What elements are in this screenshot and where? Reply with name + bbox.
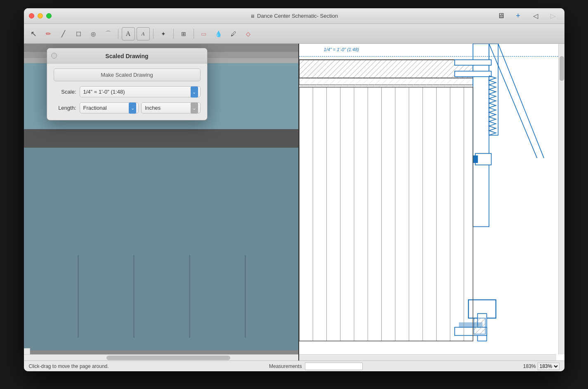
zoom-value: 183% <box>523 363 536 369</box>
scale-label: Scale: <box>54 89 76 95</box>
length-type-select[interactable]: Fractional Decimal Architectural <box>80 102 139 113</box>
title-bar-right: 🖥 + ◁ ▷ <box>494 9 560 23</box>
col-line-3 <box>189 255 190 338</box>
dimension-tool-btn[interactable]: A <box>137 27 150 40</box>
status-hint: Click-drag to move the page around. <box>29 363 109 369</box>
monitor-btn[interactable]: 🖥 <box>494 9 508 23</box>
toolbar-sep-1 <box>118 29 118 39</box>
eraser-tool-btn[interactable]: ▭ <box>197 27 210 40</box>
scale-annotation: 1/4" = 1'-0" (1:48) <box>324 47 359 52</box>
modify-tool-btn[interactable]: ✦ <box>157 27 170 40</box>
col-line-2 <box>133 255 135 338</box>
dialog-title-bar: Scaled Drawing <box>47 48 207 64</box>
text-tool-btn[interactable]: A <box>122 27 135 40</box>
svg-rect-9 <box>454 60 491 65</box>
maximize-button[interactable] <box>46 13 52 19</box>
length-unit-select[interactable]: Inches Feet Centimeters Meters <box>141 102 201 113</box>
toolbar-sep-2 <box>153 29 153 39</box>
dialog-body: Make Scaled Drawing Scale: 1/4" = 1'-0" … <box>47 64 207 120</box>
svg-rect-30 <box>299 87 473 341</box>
zoom-select[interactable]: 183% 100% 50% 200% <box>538 363 560 370</box>
toolbar-sep-4 <box>194 29 194 39</box>
vertical-scrollbar[interactable] <box>558 44 564 354</box>
length-wrapper: Fractional Decimal Architectural ⌄ Inche… <box>80 102 201 113</box>
svg-rect-17 <box>474 318 485 334</box>
length-type-wrapper: Fractional Decimal Architectural ⌄ <box>80 102 139 113</box>
length-unit-wrapper: Inches Feet Centimeters Meters ⌄ <box>141 102 201 113</box>
scaled-drawing-dialog[interactable]: Scaled Drawing Make Scaled Drawing Scale… <box>47 48 208 120</box>
vertical-scrollbar-thumb[interactable] <box>560 56 564 81</box>
fill-tool-btn[interactable]: ◇ <box>242 27 255 40</box>
eyedropper-tool-btn[interactable]: 💧 <box>212 27 225 40</box>
vertical-divider <box>298 44 299 361</box>
measurements-section: Measurements <box>269 363 363 370</box>
status-bar: Click-drag to move the page around. Meas… <box>24 361 564 371</box>
arc-tool-btn[interactable]: ⌒ <box>102 27 115 40</box>
title-text: Dance Center Schematic- Section <box>257 13 338 19</box>
col-line-4 <box>245 255 246 338</box>
main-content: 1/4" = 1'-0" (1:48) <box>24 44 564 371</box>
scale-select[interactable]: 1/4" = 1'-0" (1:48) 1/8" = 1'-0" (1:96) … <box>80 86 201 97</box>
measurements-input[interactable] <box>305 363 363 370</box>
scale-row: Scale: 1/4" = 1'-0" (1:48) 1/8" = 1'-0" … <box>54 86 201 97</box>
mac-window: 🖥 Dance Center Schematic- Section 🖥 + ◁ … <box>24 8 564 371</box>
length-label: Length: <box>54 105 76 111</box>
svg-rect-4 <box>299 78 475 87</box>
svg-rect-6 <box>489 44 498 135</box>
dark-bar <box>24 129 298 148</box>
line-tool-btn[interactable]: ╱ <box>57 27 70 40</box>
pencil-tool-btn[interactable]: ✏ <box>42 27 55 40</box>
scrollbar-corner <box>24 348 30 354</box>
ruler-line <box>299 56 564 57</box>
title-bar: 🖥 Dance Center Schematic- Section 🖥 + ◁ … <box>24 8 564 24</box>
window-title: 🖥 Dance Center Schematic- Section <box>250 13 338 19</box>
col-line-1 <box>78 255 79 338</box>
canvas-area[interactable]: 1/4" = 1'-0" (1:48) <box>24 44 564 361</box>
dialog-close-button[interactable] <box>51 53 57 59</box>
back-btn[interactable]: ◁ <box>529 9 542 23</box>
horizontal-scrollbar-thumb[interactable] <box>106 356 230 360</box>
scale-select-wrapper: 1/4" = 1'-0" (1:48) 1/8" = 1'-0" (1:96) … <box>80 86 201 97</box>
circle-tool-btn[interactable]: ◎ <box>87 27 100 40</box>
table-tool-btn[interactable]: ⊞ <box>177 27 190 40</box>
svg-rect-10 <box>454 71 491 77</box>
forward-btn[interactable]: ▷ <box>546 9 560 23</box>
architectural-drawing <box>299 44 564 361</box>
add-view-btn[interactable]: + <box>512 9 525 23</box>
dialog-title: Scaled Drawing <box>105 53 148 59</box>
main-teal <box>24 148 298 350</box>
toolbar: ↖ ✏ ╱ ⬚ ◎ ⌒ A A ✦ ⊞ ▭ 💧 🖊 ◇ <box>24 24 564 44</box>
traffic-lights <box>29 13 52 19</box>
title-icon: 🖥 <box>250 14 255 19</box>
length-row: Length: Fractional Decimal Architectural… <box>54 102 201 113</box>
right-panel: 1/4" = 1'-0" (1:48) <box>299 44 564 361</box>
horizontal-scrollbar[interactable] <box>24 354 556 361</box>
measurements-label: Measurements <box>269 363 302 369</box>
svg-rect-3 <box>299 60 475 78</box>
svg-rect-12 <box>473 156 477 163</box>
toolbar-sep-3 <box>173 29 174 39</box>
zoom-control: 183% 183% 100% 50% 200% <box>523 363 560 370</box>
shape-tool-btn[interactable]: ⬚ <box>72 27 85 40</box>
minimize-button[interactable] <box>38 13 43 19</box>
make-scaled-drawing-button[interactable]: Make Scaled Drawing <box>54 68 201 81</box>
paint-tool-btn[interactable]: 🖊 <box>227 27 240 40</box>
cursor-tool-btn[interactable]: ↖ <box>27 27 40 40</box>
close-button[interactable] <box>29 13 34 19</box>
svg-line-8 <box>498 44 544 158</box>
